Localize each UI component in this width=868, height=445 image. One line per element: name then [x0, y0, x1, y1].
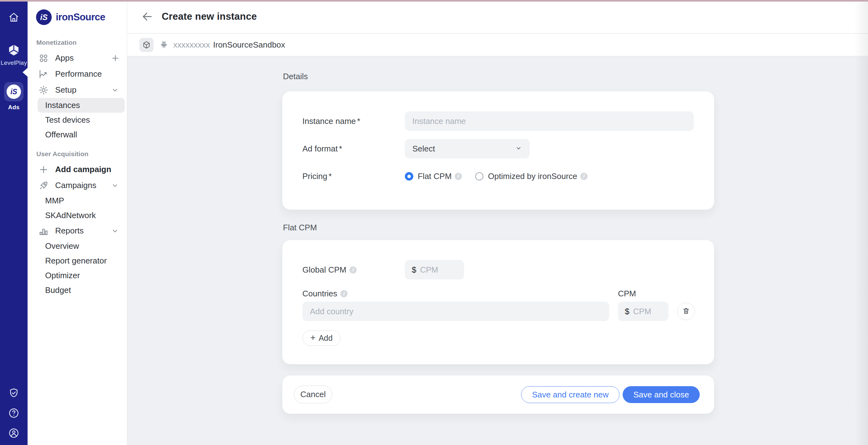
ads-active-chip: iS [4, 82, 24, 101]
add-button-label: Add [319, 334, 333, 343]
sidebar-item-label: Instances [45, 100, 80, 110]
save-and-close-button[interactable]: Save and close [623, 386, 700, 403]
add-app-plus-icon[interactable] [111, 54, 120, 63]
instance-name-input[interactable] [405, 111, 694, 131]
save-buttons-group: Save and create new Save and close [521, 386, 700, 403]
info-icon[interactable]: i [455, 173, 462, 180]
account-button[interactable] [8, 427, 20, 439]
instance-name-row: Instance name* [302, 111, 714, 131]
page-title: Create new instance [162, 11, 257, 22]
section-label-monetization: Monetization [36, 39, 127, 46]
currency-symbol: $ [412, 265, 416, 275]
sidebar-item-reports[interactable]: Reports [28, 223, 127, 239]
product-rail: LevelPlay iS Ads [0, 0, 28, 445]
flat-cpm-section-heading: Flat CPM [283, 223, 317, 233]
ads-nav-button[interactable]: iS Ads [4, 82, 24, 111]
ad-format-select[interactable]: Select [405, 139, 530, 158]
ironsource-logo[interactable]: iS ironSource [28, 0, 127, 25]
sidebar-item-label: Budget [45, 285, 71, 295]
ironsource-is-icon: iS [7, 84, 21, 99]
sidebar-item-apps[interactable]: Apps [28, 50, 127, 66]
delete-row-button[interactable] [677, 303, 695, 320]
details-section-heading: Details [283, 72, 308, 81]
android-icon [159, 39, 169, 51]
global-cpm-input[interactable] [420, 265, 459, 275]
ad-format-label: Ad format* [302, 144, 405, 153]
chevron-down-icon [515, 144, 523, 153]
sidebar-item-skadnetwork[interactable]: SKAdNetwork [38, 208, 125, 223]
sidebar-item-campaigns[interactable]: Campaigns [28, 177, 127, 194]
sidebar-item-optimizer[interactable]: Optimizer [38, 268, 125, 283]
sidebar-item-instances[interactable]: Instances [38, 98, 125, 113]
sidebar: iS ironSource Monetization Apps Performa… [28, 0, 127, 445]
back-button[interactable] [141, 10, 154, 23]
optimized-radio-label: Optimized by ironSource [488, 171, 577, 181]
sidebar-item-performance[interactable]: Performance [28, 66, 127, 82]
levelplay-label: LevelPlay [1, 60, 27, 66]
sidebar-item-overview[interactable]: Overview [38, 239, 125, 253]
cpm-column-label: CPM [618, 289, 636, 299]
sidebar-item-label: Add campaign [55, 165, 111, 174]
plus-icon [38, 164, 49, 175]
flat-cpm-radio[interactable] [405, 172, 413, 180]
sidebar-item-label: SKAdNetwork [45, 211, 96, 220]
currency-symbol: $ [625, 307, 629, 316]
apps-grid-icon [38, 53, 49, 64]
country-cpm-input-wrap: $ [618, 302, 669, 321]
unity-levelplay-icon [7, 43, 21, 57]
chevron-down-icon[interactable] [111, 226, 120, 236]
ads-label: Ads [8, 104, 20, 111]
privacy-shield-button[interactable] [8, 387, 20, 399]
country-cpm-inputs-row: $ [302, 302, 714, 321]
sidebar-item-mmp[interactable]: MMP [38, 194, 125, 208]
country-cpm-labels-row: Countries i CPM [302, 289, 714, 299]
instance-name-label: Instance name* [302, 116, 405, 126]
levelplay-nav-button[interactable]: LevelPlay [1, 43, 27, 66]
performance-chart-icon [38, 69, 49, 79]
required-asterisk: * [357, 116, 360, 126]
global-cpm-input-wrap: $ [405, 260, 464, 279]
app-name: IronSourceSandbox [213, 40, 285, 50]
cancel-button[interactable]: Cancel [294, 385, 332, 403]
sidebar-item-label: MMP [45, 196, 64, 206]
global-cpm-row: Global CPM i $ [302, 260, 714, 279]
chevron-down-icon[interactable] [111, 85, 120, 95]
pricing-radio-group: Flat CPM i Optimized by ironSource i [405, 171, 588, 181]
add-country-input[interactable] [302, 302, 609, 321]
country-cpm-input[interactable] [633, 307, 663, 316]
info-icon[interactable]: i [340, 290, 347, 297]
app-id: xxxxxxxxx [173, 40, 210, 50]
sidebar-item-setup[interactable]: Setup [28, 82, 127, 98]
home-icon [8, 11, 20, 23]
window-top-strip [0, 0, 868, 2]
sidebar-item-offerwall[interactable]: Offerwall [38, 127, 125, 142]
rail-bottom-group [8, 387, 20, 439]
ironsource-logo-text: ironSource [56, 11, 105, 23]
sidebar-item-label: Offerwall [45, 130, 77, 140]
details-card: Instance name* Ad format* Select Pricing… [282, 91, 714, 210]
countries-label: Countries i [302, 289, 618, 299]
app-breadcrumb-bar: xxxxxxxxx IronSourceSandbox [127, 34, 868, 56]
trash-icon [682, 307, 690, 316]
sidebar-item-add-campaign[interactable]: Add campaign [28, 162, 127, 177]
save-and-create-new-button[interactable]: Save and create new [521, 386, 620, 403]
chevron-down-icon[interactable] [111, 181, 120, 190]
page-header: Create new instance [127, 0, 868, 33]
help-button[interactable] [8, 407, 20, 419]
info-icon[interactable]: i [580, 173, 588, 180]
add-country-row-button[interactable]: + Add [302, 331, 341, 346]
info-icon[interactable]: i [349, 266, 356, 274]
ironsource-badge-icon: iS [36, 9, 52, 25]
sidebar-item-report-generator[interactable]: Report generator [38, 253, 125, 268]
sidebar-item-label: Reports [55, 226, 84, 236]
ad-format-row: Ad format* Select [302, 139, 714, 158]
pricing-row: Pricing* Flat CPM i Optimized by ironSou… [302, 167, 714, 186]
setup-gear-icon [38, 85, 49, 96]
active-app-notch [23, 68, 28, 77]
app-cube-icon[interactable] [140, 38, 154, 52]
optimized-radio[interactable] [475, 172, 484, 180]
sidebar-item-label: Apps [55, 53, 74, 63]
sidebar-item-budget[interactable]: Budget [38, 283, 125, 298]
home-nav-button[interactable] [8, 11, 20, 23]
sidebar-item-test-devices[interactable]: Test devices [38, 113, 125, 127]
